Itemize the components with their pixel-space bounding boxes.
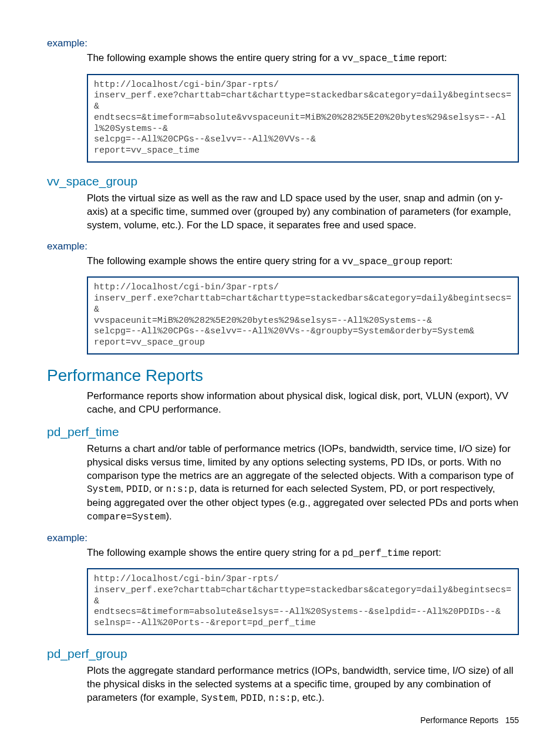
code-block-1: http://localhost/cgi-bin/3par-rpts/ inse… <box>87 74 519 163</box>
text-run: The following example shows the entire q… <box>87 255 342 266</box>
inline-code: vv_space_time <box>342 53 416 64</box>
pd-perf-time-para: Returns a chart and/or table of performa… <box>87 443 519 524</box>
example-label-1: example: <box>47 38 519 49</box>
document-page: example: The following example shows the… <box>0 0 560 746</box>
example-label-2: example: <box>47 241 519 252</box>
text-run: , <box>235 692 240 703</box>
example-label-3: example: <box>47 532 519 544</box>
text-run: , etc.). <box>297 692 325 703</box>
inline-code: PDID <box>241 693 263 704</box>
vv-space-group-para: Plots the virtual size as well as the ra… <box>87 192 519 232</box>
inline-code: pd_perf_time <box>342 548 410 559</box>
text-run: report: <box>421 255 453 266</box>
text-run: Returns a chart and/or table of performa… <box>87 443 514 481</box>
page-footer: Performance Reports 155 <box>420 715 519 725</box>
performance-reports-para: Performance reports show information abo… <box>87 390 519 417</box>
text-run: report: <box>410 547 441 558</box>
heading-pd-perf-group: pd_perf_group <box>47 647 519 661</box>
inline-code: System <box>87 484 121 495</box>
footer-label: Performance Reports <box>420 715 498 725</box>
text-run: , <box>121 483 126 494</box>
inline-code: System <box>201 693 235 704</box>
text-run: The following example shows the entire q… <box>87 52 342 63</box>
pd-perf-group-para: Plots the aggregate standard performance… <box>87 664 519 705</box>
heading-performance-reports: Performance Reports <box>47 366 519 385</box>
inline-code: PDID <box>126 484 149 495</box>
heading-vv-space-group: vv_space_group <box>47 174 519 188</box>
example-1-intro: The following example shows the entire q… <box>87 52 519 66</box>
text-run: ). <box>166 511 171 522</box>
code-block-2: http://localhost/cgi-bin/3par-rpts/ inse… <box>87 276 519 355</box>
heading-pd-perf-time: pd_perf_time <box>47 425 519 439</box>
inline-code: n:s:p <box>166 484 194 495</box>
text-run: report: <box>416 52 447 63</box>
text-run: , or <box>149 483 166 494</box>
inline-code: compare=System <box>87 512 166 522</box>
text-run: , <box>263 692 268 703</box>
code-block-3: http://localhost/cgi-bin/3par-rpts/ inse… <box>87 568 519 635</box>
inline-code: vv_space_group <box>342 256 421 267</box>
inline-code: n:s:p <box>269 693 297 704</box>
text-run: The following example shows the entire q… <box>87 547 342 558</box>
example-3-intro: The following example shows the entire q… <box>87 546 519 561</box>
example-2-intro: The following example shows the entire q… <box>87 255 519 269</box>
page-number: 155 <box>505 715 519 725</box>
